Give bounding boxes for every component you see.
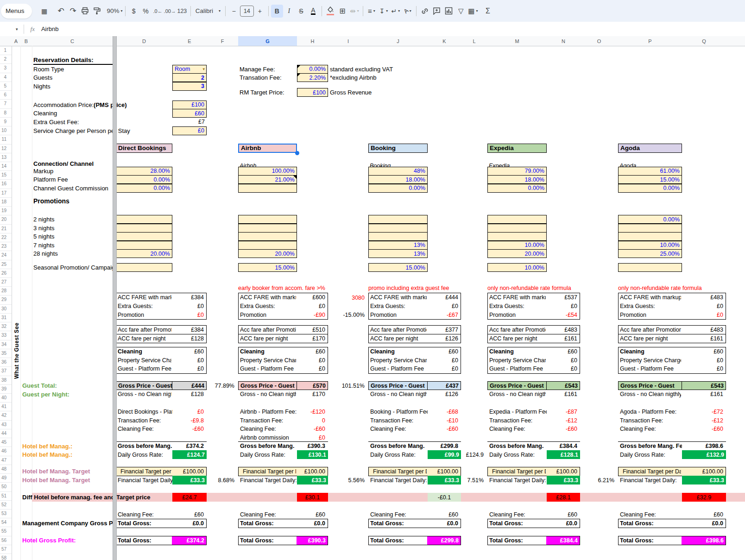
row-header-29[interactable]: 29 <box>0 297 6 302</box>
cleaning-box-label-direct[interactable]: Guest - Platform Fee <box>118 365 171 373</box>
gross-no-clean-value-airbnb[interactable]: £170 <box>297 390 327 399</box>
acc-box-value-direct[interactable]: £0 <box>172 310 206 319</box>
seasonal-promo-cell-agoda[interactable] <box>618 263 682 272</box>
acc-box-value-airbnb[interactable]: -£90 <box>297 310 327 319</box>
promo-nights-label-4[interactable]: 28 nights <box>33 249 58 258</box>
cleaning-fee-value-airbnb[interactable]: -£60 <box>297 425 327 434</box>
select-all-corner[interactable] <box>0 36 12 46</box>
acc-box-label-agoda[interactable]: Promotion <box>620 310 681 319</box>
gross-before-label-agoda[interactable]: Gross before Mang. Fee <box>620 442 682 451</box>
promo-nights-label-3[interactable]: 7 nights <box>33 241 55 250</box>
platform-fee-cell-direct[interactable]: 0.00% <box>116 175 172 184</box>
increase-font-size-icon[interactable]: + <box>254 5 266 18</box>
gross-no-clean-label-agoda[interactable]: Gross - no Clean nigthly <box>620 390 681 399</box>
channel-platform-fee-label-booking[interactable]: Booking - Platform Fee: <box>370 408 428 416</box>
markup-cell-airbnb[interactable]: 100.00% <box>238 167 297 176</box>
guest-commission-cell-airbnb[interactable] <box>238 184 297 193</box>
acc-box-value-expedia[interactable]: £537 <box>547 293 579 302</box>
mgmt-gross-profit-label[interactable]: Management Company Gross Profit <box>22 519 113 528</box>
fin-target-label-direct[interactable]: Financial Target per Day <box>120 467 171 476</box>
guest-per-night-label[interactable]: Guest per Night: <box>22 390 69 399</box>
cleaning-box-label-direct[interactable]: Cleaning <box>118 347 171 356</box>
cleaning-box-value-booking[interactable]: £60 <box>428 347 460 356</box>
cleaning-box-value-expedia[interactable]: £0 <box>547 356 579 365</box>
cleaning-fee2-value-expedia[interactable]: £60 <box>547 510 579 519</box>
name-box-caret-icon[interactable]: ▾ <box>16 27 18 31</box>
cleaning-box-value-direct[interactable]: £0 <box>172 356 206 365</box>
row-header-13[interactable]: 13 <box>0 155 6 160</box>
cleaning-box-label-expedia[interactable]: Property Service Charge <box>489 356 546 365</box>
cleaning-fee-label-agoda[interactable]: Cleaning Fee: <box>620 425 682 434</box>
fare-night-label-airbnb[interactable]: ACC fare per night <box>240 334 296 343</box>
row-header-6[interactable]: 6 <box>0 92 6 97</box>
cleaning-fee2-label-agoda[interactable]: Cleaning Fee: <box>620 510 682 519</box>
row-header-19[interactable]: 19 <box>0 208 6 213</box>
mgmt-gross-value-airbnb[interactable]: £0.0 <box>297 519 327 528</box>
side-note-fin-agoda[interactable]: 6.21% <box>575 476 616 484</box>
fin-target-value-agoda[interactable]: £100.00 <box>682 467 725 476</box>
txn-fee-label-booking[interactable]: Transaction Fee: <box>370 416 428 425</box>
fill-color-icon[interactable] <box>324 5 336 18</box>
promo-2n-cell-airbnb[interactable] <box>238 215 297 224</box>
promo-3n-cell-booking[interactable] <box>368 224 428 233</box>
fare-after-value-airbnb[interactable]: £510 <box>297 326 327 334</box>
manage-fee-label[interactable]: Manage Fee: <box>240 65 275 74</box>
acc-box-value-agoda[interactable]: £483 <box>682 293 725 302</box>
column-header-B[interactable]: B <box>20 36 32 46</box>
txn-fee-value-direct[interactable]: -£9.8 <box>172 416 206 425</box>
guest-commission-cell-expedia[interactable]: 0.00% <box>487 184 547 193</box>
row-header-55[interactable]: 55 <box>0 529 6 534</box>
row-header-36[interactable]: 36 <box>0 359 6 365</box>
mgmt-gross-value-direct[interactable]: £0.0 <box>172 519 206 528</box>
guests-label[interactable]: Guests <box>33 73 52 82</box>
row-header-9[interactable]: 9 <box>0 119 6 124</box>
gross-price-label-agoda[interactable]: Gross Price - Guest <box>618 381 682 390</box>
row-header-24[interactable]: 24 <box>0 252 6 258</box>
column-header-F[interactable]: F <box>207 36 239 46</box>
row-header-47[interactable]: 47 <box>0 458 6 463</box>
fare-night-label-agoda[interactable]: ACC fare per night <box>620 334 681 343</box>
row-header-21[interactable]: 21 <box>0 226 6 231</box>
service-charge-input[interactable]: £0 <box>172 126 207 135</box>
column-header-A[interactable]: A <box>12 36 21 46</box>
gross-no-clean-value-direct[interactable]: £128 <box>172 390 206 399</box>
cleaning-fee2-label-airbnb[interactable]: Cleaning Fee: <box>240 510 297 519</box>
insert-comment-icon[interactable] <box>431 5 443 18</box>
daily-gross-label-direct[interactable]: Daily Gross Rate: <box>118 450 172 459</box>
promo-5n-cell-direct[interactable] <box>116 232 172 241</box>
fare-after-value-direct[interactable]: £384 <box>172 326 206 334</box>
cleaning-box-label-expedia[interactable]: Cleaning <box>489 347 546 356</box>
gross-before-value-direct[interactable]: £374.2 <box>172 442 206 451</box>
cleaning-box-label-airbnb[interactable]: Guest - Platform Fee <box>240 365 296 373</box>
increase-decimals-icon[interactable]: .00→ <box>164 5 176 18</box>
cleaning-fee2-value-agoda[interactable]: £60 <box>682 510 725 519</box>
row-header-52[interactable]: 52 <box>0 502 6 507</box>
gross-price-label-airbnb[interactable]: Gross Price - Guest <box>238 381 297 390</box>
column-header-H[interactable]: H <box>297 36 328 46</box>
text-color-icon[interactable]: A <box>311 7 315 15</box>
row-header-31[interactable]: 31 <box>0 315 6 320</box>
hotel-gross-label-direct[interactable]: Total Gross: <box>118 536 171 545</box>
platform-fee-cell-booking[interactable]: 18.00% <box>368 175 428 184</box>
column-header-M[interactable]: M <box>487 36 547 46</box>
merge-cells-icon[interactable]: ⇹▾ <box>348 5 360 18</box>
row-header-26[interactable]: 26 <box>0 271 6 276</box>
gross-no-clean-value-agoda[interactable]: £161 <box>682 390 725 399</box>
cleaning-fee-label-airbnb[interactable]: Cleaning Fee: <box>240 425 297 434</box>
transaction-fee-label[interactable]: Transation Fee: <box>240 73 282 82</box>
cleaning-fee-value-direct[interactable]: -£60 <box>172 425 206 434</box>
seasonal-promotion-label[interactable]: Seasonal Promotion/ Campaigns <box>33 263 121 272</box>
txn-fee-label-direct[interactable]: Transaction Fee: <box>118 416 172 425</box>
fare-after-label-airbnb[interactable]: Acc fare after Promotion <box>240 326 296 334</box>
row-header-23[interactable]: 23 <box>0 244 6 249</box>
promo-nights-label-0[interactable]: 2 nights <box>33 215 55 224</box>
acc-box-label-expedia[interactable]: ACC FARE with markup <box>489 293 546 302</box>
row-header-57[interactable]: 57 <box>0 547 6 552</box>
channel-platform-fee-label-airbnb[interactable]: Airbnb - Platform Fee: <box>240 408 297 416</box>
text-rotation-icon[interactable]: A▾ <box>402 5 414 18</box>
row-header-58[interactable]: 58 <box>0 555 6 560</box>
cleaning-box-label-agoda[interactable]: Property Service Charge: <box>620 356 681 365</box>
hotel-gross-value-expedia[interactable]: £384.4 <box>546 536 580 545</box>
hotel-bef-manag-label-1[interactable]: Hotel bef Manag.: <box>22 442 72 451</box>
hotel-gross-label-expedia[interactable]: Total Gross: <box>489 536 546 545</box>
